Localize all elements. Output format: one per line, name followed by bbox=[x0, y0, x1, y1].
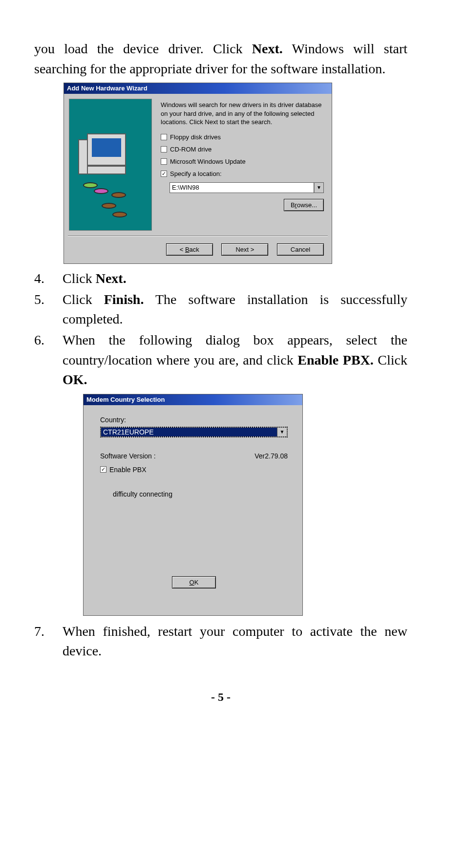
step-number: 6. bbox=[34, 330, 63, 390]
wizard-graphic bbox=[69, 99, 152, 231]
disk-icon bbox=[83, 182, 98, 188]
computer-monitor-icon bbox=[87, 133, 126, 166]
chevron-down-icon: ▼ bbox=[280, 429, 285, 434]
computer-tower-icon bbox=[78, 139, 88, 174]
steps-list-2: 7. When finished, restart your computer … bbox=[34, 622, 407, 661]
location-input[interactable]: E:\WIN98 bbox=[169, 182, 314, 193]
disk-icon bbox=[102, 203, 116, 209]
software-version-label: Software Version : bbox=[100, 452, 156, 460]
chevron-down-icon: ▼ bbox=[317, 185, 321, 190]
country-combobox[interactable]: CTR21EUROPE ▼ bbox=[100, 427, 288, 437]
modem-country-screenshot: Modem Country Selection Country: CTR21EU… bbox=[83, 394, 407, 616]
wizard-description: Windows will search for new drivers in i… bbox=[161, 101, 324, 127]
modem-country-dialog: Modem Country Selection Country: CTR21EU… bbox=[83, 394, 303, 616]
hardware-wizard-screenshot: Add New Hardware Wizard Windows will sea… bbox=[64, 83, 407, 264]
browse-button[interactable]: Browse...Browse... bbox=[284, 199, 324, 211]
back-button[interactable]: < Back< Back bbox=[166, 243, 213, 256]
hardware-wizard-dialog: Add New Hardware Wizard Windows will sea… bbox=[64, 83, 332, 264]
step-5: 5. Click Finish. The software installati… bbox=[34, 290, 407, 329]
checkbox-checked-icon[interactable]: ✓ bbox=[100, 466, 106, 473]
step-number: 7. bbox=[34, 622, 63, 661]
specify-location-label: Specify a location:Specify a location: bbox=[170, 170, 222, 177]
enable-pbx-checkbox-row[interactable]: ✓ Enable PBXEnable PBX bbox=[100, 466, 288, 474]
checkbox-icon[interactable] bbox=[161, 134, 167, 140]
checkbox-icon[interactable] bbox=[161, 158, 167, 165]
ok-button[interactable]: OKOK bbox=[172, 576, 216, 588]
intro-paragraph: you load the device driver. Click Next. … bbox=[34, 39, 407, 79]
windows-update-label: Microsoft Windows UpdateMicrosoft Window… bbox=[170, 158, 246, 165]
country-value: CTR21EUROPE bbox=[101, 428, 277, 436]
dialog-titlebar: Modem Country Selection bbox=[84, 394, 302, 405]
windows-update-checkbox-row[interactable]: Microsoft Windows UpdateMicrosoft Window… bbox=[161, 158, 324, 165]
step-6: 6. When the following dialog box appears… bbox=[34, 330, 407, 390]
next-button[interactable]: Next > bbox=[221, 243, 268, 256]
specify-location-checkbox-row[interactable]: ✓ Specify a location:Specify a location: bbox=[161, 170, 324, 177]
page-number: - 5 - bbox=[34, 691, 407, 704]
step-4: 4. Click Next. bbox=[34, 269, 407, 289]
disk-icon bbox=[111, 192, 126, 198]
location-dropdown-button[interactable]: ▼ bbox=[314, 182, 324, 193]
cdrom-checkbox-row[interactable]: CD-ROM driveCD-ROM drive bbox=[161, 146, 324, 153]
step-7: 7. When finished, restart your computer … bbox=[34, 622, 407, 661]
cdrom-label: CD-ROM driveCD-ROM drive bbox=[170, 146, 212, 153]
enable-pbx-label: Enable PBXEnable PBX bbox=[109, 466, 147, 474]
intro-next: Next. bbox=[252, 41, 283, 56]
steps-list: 4. Click Next. 5. Click Finish. The soft… bbox=[34, 269, 407, 390]
intro-pre: you load the device driver. Click bbox=[34, 41, 252, 56]
floppy-label: FFloppy disk drivesloppy disk drives bbox=[170, 133, 221, 141]
dialog-titlebar: Add New Hardware Wizard bbox=[64, 83, 332, 94]
checkbox-checked-icon[interactable]: ✓ bbox=[161, 171, 167, 177]
disk-icon bbox=[94, 188, 108, 194]
cancel-button[interactable]: Cancel bbox=[277, 243, 324, 256]
pbx-note: difficulty connecting bbox=[113, 490, 288, 498]
software-version-value: Ver2.79.08 bbox=[254, 452, 288, 460]
floppy-checkbox-row[interactable]: FFloppy disk drivesloppy disk drives bbox=[161, 133, 324, 141]
computer-base-icon bbox=[87, 166, 126, 174]
step-number: 4. bbox=[34, 269, 63, 289]
country-dropdown-button[interactable]: ▼ bbox=[277, 428, 287, 436]
step-number: 5. bbox=[34, 290, 63, 329]
disk-icon bbox=[112, 212, 127, 217]
checkbox-icon[interactable] bbox=[161, 146, 167, 152]
country-label: Country: bbox=[100, 416, 288, 424]
